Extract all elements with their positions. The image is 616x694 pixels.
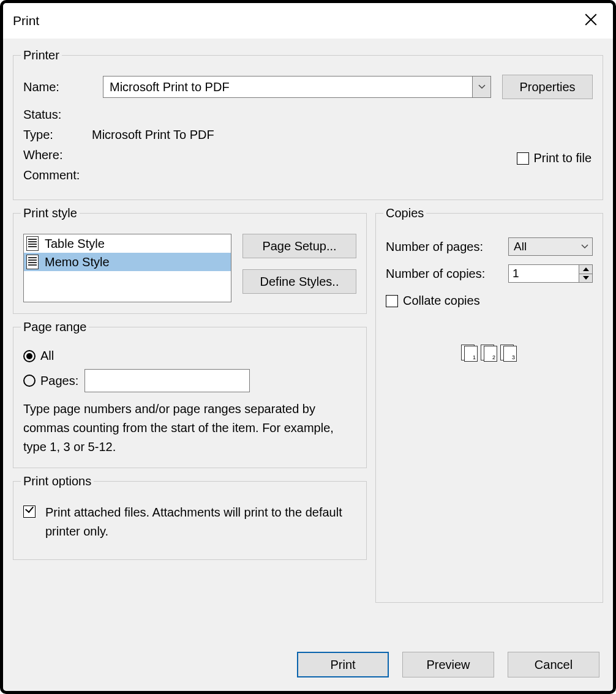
- style-item-label: Table Style: [45, 237, 105, 251]
- copies-group: Copies Number of pages: All Number of co…: [375, 206, 603, 603]
- comment-label: Comment:: [23, 168, 92, 182]
- print-attached-label: Print attached files. Attachments will p…: [45, 503, 356, 541]
- spin-down-button[interactable]: [579, 274, 592, 283]
- collate-label: Collate copies: [403, 294, 480, 308]
- print-to-file-checkbox[interactable]: Print to file: [517, 151, 592, 165]
- print-style-group: Print style Table Style Memo Style: [13, 206, 367, 314]
- status-label: Status:: [23, 108, 92, 122]
- checkbox-icon: [23, 506, 36, 518]
- num-copies-spin[interactable]: 1: [508, 264, 593, 283]
- print-attached-files-checkbox[interactable]: Print attached files. Attachments will p…: [23, 503, 356, 541]
- printer-group: Printer Name: Microsoft Print to PDF Pro…: [13, 48, 603, 200]
- print-to-file-label: Print to file: [534, 151, 592, 165]
- page-range-legend: Page range: [21, 320, 89, 334]
- dialog-buttons: Print Preview Cancel: [297, 652, 599, 677]
- num-pages-label: Number of pages:: [386, 240, 501, 254]
- print-options-legend: Print options: [21, 474, 94, 488]
- num-pages-value: All: [509, 238, 577, 255]
- page-range-all[interactable]: All: [23, 349, 356, 363]
- checkbox-icon: [386, 295, 398, 307]
- where-label: Where:: [23, 148, 92, 162]
- memo-style-icon: [26, 255, 39, 269]
- radio-icon: [23, 350, 36, 362]
- titlebar: Print: [3, 3, 613, 39]
- style-item-label: Memo Style: [45, 255, 110, 269]
- printer-legend: Printer: [21, 48, 62, 62]
- spin-up-button[interactable]: [579, 265, 592, 274]
- properties-button[interactable]: Properties: [502, 75, 593, 99]
- style-list[interactable]: Table Style Memo Style: [23, 234, 231, 302]
- print-options-group: Print options Print attached files. Atta…: [13, 474, 367, 560]
- cancel-button[interactable]: Cancel: [508, 652, 599, 677]
- collate-illustration: 11 22 33: [386, 345, 593, 362]
- radio-icon: [23, 375, 36, 387]
- num-copies-value: 1: [509, 265, 579, 282]
- preview-button[interactable]: Preview: [402, 652, 494, 677]
- print-style-legend: Print style: [21, 206, 80, 220]
- page-range-pages[interactable]: Pages:: [23, 369, 356, 392]
- num-pages-combo[interactable]: All: [508, 237, 593, 256]
- print-dialog: Print Printer Name: Microsoft Print to P…: [0, 0, 616, 694]
- page-range-group: Page range All Pages: Type page numbers …: [13, 320, 367, 468]
- table-style-icon: [26, 236, 39, 251]
- close-button[interactable]: [579, 13, 603, 29]
- window-title: Print: [13, 13, 39, 28]
- chevron-down-icon[interactable]: [577, 238, 592, 255]
- copies-legend: Copies: [383, 206, 426, 220]
- checkbox-icon: [517, 152, 529, 165]
- type-label: Type:: [23, 128, 92, 142]
- style-item-table[interactable]: Table Style: [24, 234, 231, 253]
- num-copies-label: Number of copies:: [386, 267, 501, 281]
- print-button[interactable]: Print: [297, 652, 389, 677]
- page-range-all-label: All: [40, 349, 54, 363]
- collate-checkbox[interactable]: Collate copies: [386, 294, 593, 308]
- triangle-up-icon: [583, 267, 589, 271]
- page-setup-button[interactable]: Page Setup...: [242, 234, 356, 258]
- page-range-pages-label: Pages:: [40, 374, 78, 388]
- type-value: Microsoft Print To PDF: [92, 128, 214, 142]
- printer-name-combo[interactable]: Microsoft Print to PDF: [103, 76, 491, 98]
- page-range-hint: Type page numbers and/or page ranges sep…: [23, 400, 356, 457]
- define-styles-button[interactable]: Define Styles..: [242, 269, 356, 294]
- pages-input[interactable]: [85, 369, 250, 392]
- printer-name-value: Microsoft Print to PDF: [103, 76, 472, 97]
- triangle-down-icon: [583, 276, 589, 280]
- name-label: Name:: [23, 80, 92, 94]
- chevron-down-icon[interactable]: [472, 76, 490, 97]
- style-item-memo[interactable]: Memo Style: [24, 253, 231, 271]
